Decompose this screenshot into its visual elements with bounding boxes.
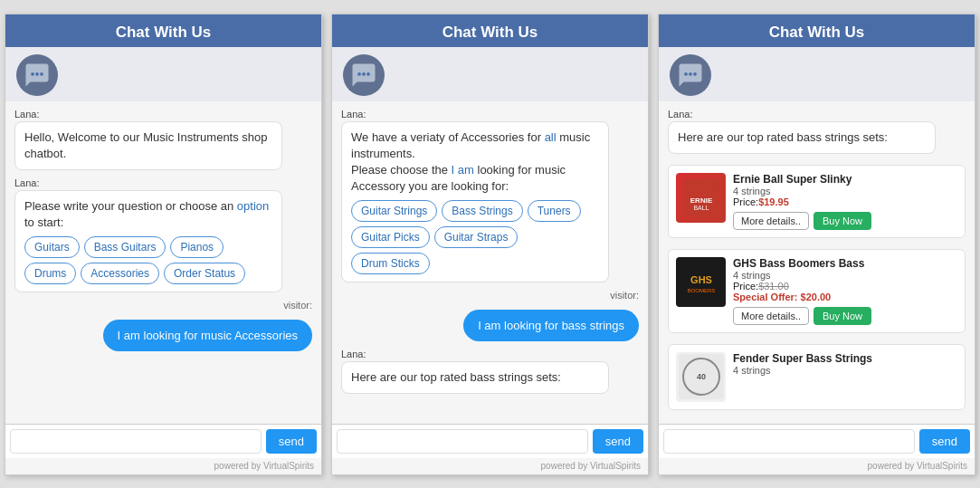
option-guitar-picks[interactable]: Guitar Picks xyxy=(351,226,430,248)
chat-input-1[interactable] xyxy=(10,429,262,454)
option-order-status[interactable]: Order Status xyxy=(164,263,245,284)
avatar-2 xyxy=(343,54,385,96)
svg-point-5 xyxy=(366,72,370,75)
messages-3: Lana: Here are our top rated bass string… xyxy=(659,101,975,424)
product-img-2: GHS BOOMERS xyxy=(676,257,726,307)
product-img-3: 40 xyxy=(676,352,726,402)
sender-2a: Lana: xyxy=(341,109,639,120)
avatar-area-2 xyxy=(332,47,648,101)
product-info-3: Fender Super Bass Strings 4 strings xyxy=(733,352,957,376)
product-price-2: Price:$31.00 xyxy=(733,281,957,292)
avatar-area-1 xyxy=(5,47,321,101)
svg-text:ERNIE: ERNIE xyxy=(690,196,712,205)
chat-header-3: Chat With Us xyxy=(659,14,975,47)
svg-point-8 xyxy=(693,72,697,75)
option-guitar-straps[interactable]: Guitar Straps xyxy=(434,226,519,248)
powered-by-2: powered by VirtualSpirits xyxy=(332,458,648,474)
svg-point-3 xyxy=(357,72,361,75)
buy-now-btn-1[interactable]: Buy Now xyxy=(813,212,871,230)
chat-input-3[interactable] xyxy=(663,429,915,454)
avatar-1 xyxy=(16,54,58,96)
option-drum-sticks[interactable]: Drum Sticks xyxy=(351,253,430,274)
product-actions-1: More details.. Buy Now xyxy=(733,212,957,230)
msg-lana-3a: Lana: Here are our top rated bass string… xyxy=(668,109,966,154)
svg-point-1 xyxy=(35,72,39,75)
fender-logo: 40 xyxy=(679,354,724,399)
send-btn-2[interactable]: send xyxy=(593,429,643,454)
option-guitar-strings[interactable]: Guitar Strings xyxy=(351,200,437,222)
option-drums[interactable]: Drums xyxy=(24,263,76,284)
bot-bubble-1b: Please write your question or choose an … xyxy=(14,190,282,292)
option-buttons-2: Guitar Strings Bass Strings Tuners Guita… xyxy=(351,200,599,274)
msg-lana-2b: Lana: Here are our top rated bass string… xyxy=(341,349,639,394)
product-card-2: GHS BOOMERS GHS Bass Boomers Bass 4 stri… xyxy=(668,249,966,333)
messages-2: Lana: We have a veriaty of Accessories f… xyxy=(332,101,648,424)
bot-bubble-3a: Here are our top rated bass strings sets… xyxy=(668,121,936,154)
svg-point-6 xyxy=(684,72,688,75)
send-btn-3[interactable]: send xyxy=(919,429,970,454)
chat-icon-3 xyxy=(677,62,704,89)
bot-bubble-2a: We have a veriaty of Accessories for all… xyxy=(341,121,609,283)
chat-widget-1: Chat With Us Lana: Hello, Welcome to our… xyxy=(5,14,322,475)
visitor-msg-1: I am looking for music Accessories xyxy=(103,320,312,351)
msg-lana-2: Lana: Please write your question or choo… xyxy=(14,177,312,292)
ghs-logo: GHS BOOMERS xyxy=(683,263,719,300)
svg-point-0 xyxy=(31,72,34,75)
option-bass-guitars[interactable]: Bass Guitars xyxy=(84,236,167,258)
option-accessories[interactable]: Accessories xyxy=(81,263,159,284)
msg-lana-1: Lana: Hello, Welcome to our Music Instru… xyxy=(14,109,312,170)
product-img-1: ERNIE BALL xyxy=(676,173,726,223)
svg-text:BOOMERS: BOOMERS xyxy=(687,288,715,293)
chat-title-3: Chat With Us xyxy=(769,24,865,41)
visitor-label-1: visitor: xyxy=(14,300,312,311)
chat-input-2[interactable] xyxy=(337,429,588,454)
product-card-1: ERNIE BALL Ernie Ball Super Slinky 4 str… xyxy=(668,165,966,238)
avatar-area-3 xyxy=(659,47,975,101)
avatar-3 xyxy=(670,54,711,96)
more-details-btn-1[interactable]: More details.. xyxy=(733,212,809,230)
product-actions-2: More details.. Buy Now xyxy=(733,307,957,325)
sender-2b: Lana: xyxy=(341,349,639,359)
svg-point-4 xyxy=(362,72,366,75)
svg-point-7 xyxy=(689,72,692,75)
product-detail-1: 4 strings xyxy=(733,186,957,196)
svg-text:40: 40 xyxy=(696,372,705,381)
sender-label-1a: Lana: xyxy=(14,109,312,120)
send-btn-1[interactable]: send xyxy=(266,429,317,454)
product-name-3: Fender Super Bass Strings xyxy=(733,352,957,365)
ernie-ball-logo: ERNIE BALL xyxy=(683,179,719,215)
product-special-2: Special Offer: $20.00 xyxy=(733,292,957,302)
more-details-btn-2[interactable]: More details.. xyxy=(733,307,809,325)
chat-title-2: Chat With Us xyxy=(442,24,538,41)
chat-icon-1 xyxy=(24,62,51,89)
option-tuners[interactable]: Tuners xyxy=(528,200,581,222)
svg-point-2 xyxy=(40,72,43,75)
chat-header-1: Chat With Us xyxy=(5,14,321,47)
bot-bubble-2b: Here are our top rated bass strings sets… xyxy=(341,361,609,394)
input-area-1: send xyxy=(5,424,321,458)
chat-widget-2: Chat With Us Lana: We have a veriaty of … xyxy=(331,14,649,475)
product-name-2: GHS Bass Boomers Bass xyxy=(733,257,957,270)
option-pianos[interactable]: Pianos xyxy=(170,236,224,258)
product-info-2: GHS Bass Boomers Bass 4 strings Price:$3… xyxy=(733,257,957,325)
option-buttons-1: Guitars Bass Guitars Pianos Drums Access… xyxy=(24,236,272,284)
bot-bubble-1a: Hello, Welcome to our Music Instruments … xyxy=(14,121,282,170)
product-detail-3: 4 strings xyxy=(733,365,957,376)
product-card-3: 40 Fender Super Bass Strings 4 strings xyxy=(668,344,966,410)
powered-by-1: powered by VirtualSpirits xyxy=(5,458,321,474)
chat-icon-2 xyxy=(350,62,377,89)
product-detail-2: 4 strings xyxy=(733,270,957,281)
input-area-2: send xyxy=(332,424,648,458)
option-guitars[interactable]: Guitars xyxy=(24,236,80,258)
chat-title-1: Chat With Us xyxy=(116,24,212,41)
product-price-1: Price:$19.95 xyxy=(733,196,957,207)
chat-header-2: Chat With Us xyxy=(332,14,648,47)
option-bass-strings[interactable]: Bass Strings xyxy=(442,200,522,222)
input-area-3: send xyxy=(659,424,975,458)
buy-now-btn-2[interactable]: Buy Now xyxy=(813,307,871,325)
sender-label-1b: Lana: xyxy=(14,177,312,188)
messages-1: Lana: Hello, Welcome to our Music Instru… xyxy=(5,101,321,424)
svg-text:GHS: GHS xyxy=(690,274,712,285)
msg-lana-2a: Lana: We have a veriaty of Accessories f… xyxy=(341,109,639,283)
product-info-1: Ernie Ball Super Slinky 4 strings Price:… xyxy=(733,173,957,230)
